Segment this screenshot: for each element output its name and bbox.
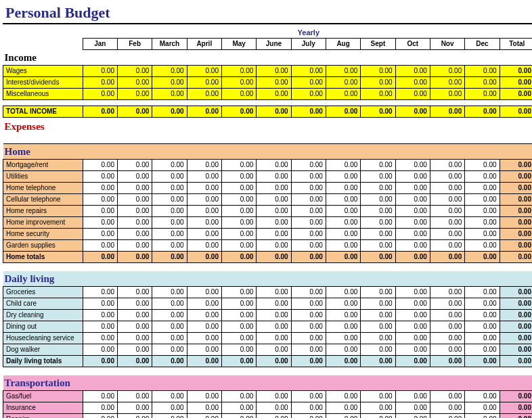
cell: 0.00	[430, 217, 464, 229]
cell: 0.00	[117, 356, 152, 367]
cell: 0.00	[152, 287, 187, 298]
row-label: Housecleaning service	[3, 333, 83, 344]
cell: 0.00	[465, 89, 500, 100]
row-label: Gas/fuel	[3, 391, 83, 402]
cell: 0.00	[430, 287, 464, 298]
cell: 0.00	[257, 333, 291, 344]
cell: 0.00	[117, 310, 152, 321]
cell: 0.00	[83, 402, 117, 414]
cell: 0.00	[117, 217, 152, 229]
cell: 0.00	[395, 310, 430, 321]
cell: 0.00	[291, 321, 326, 333]
cell: 0.00	[395, 391, 430, 402]
cell: 0.00	[117, 391, 152, 402]
cell: 0.00	[117, 89, 152, 100]
cell: 0.00	[500, 356, 532, 367]
cell: 0.00	[117, 206, 152, 217]
cell: 0.00	[500, 333, 532, 344]
cell: 0.00	[361, 89, 395, 100]
cell: 0.00	[83, 321, 117, 333]
cell: 0.00	[152, 217, 187, 229]
row-label: Dining out	[3, 321, 83, 333]
row-label: Dog walker	[3, 344, 83, 356]
cell: 0.00	[221, 356, 256, 367]
cell: 0.00	[257, 356, 291, 367]
cell: 0.00	[361, 298, 395, 310]
cell: 0.00	[257, 252, 291, 263]
cell: 0.00	[152, 171, 187, 183]
cell: 0.00	[187, 206, 221, 217]
cell: 0.00	[187, 171, 221, 183]
cell: 0.00	[257, 194, 291, 206]
cell: 0.00	[187, 194, 221, 206]
cell: 0.00	[395, 89, 430, 100]
cell: 0.00	[257, 240, 291, 252]
row-label: Utilities	[3, 171, 83, 183]
cell: 0.00	[83, 66, 117, 77]
cell: 0.00	[152, 77, 187, 89]
cell: 0.00	[500, 240, 532, 252]
cell: 0.00	[257, 206, 291, 217]
cell: 0.00	[326, 414, 360, 419]
cell: 0.00	[465, 333, 500, 344]
row-label: Garden supplies	[3, 240, 83, 252]
cell: 0.00	[500, 89, 532, 100]
cell: 0.00	[361, 66, 395, 77]
cell: 0.00	[83, 217, 117, 229]
cell: 0.00	[361, 194, 395, 206]
cell: 0.00	[187, 240, 221, 252]
cell: 0.00	[291, 344, 326, 356]
cell: 0.00	[83, 344, 117, 356]
cell: 0.00	[257, 402, 291, 414]
cell: 0.00	[187, 77, 221, 89]
month-header: May	[221, 39, 256, 50]
category-heading: Home	[3, 144, 533, 160]
cell: 0.00	[465, 160, 500, 171]
cell: 0.00	[500, 414, 532, 419]
row-label: Dry cleaning	[3, 310, 83, 321]
cell: 0.00	[152, 66, 187, 77]
cell: 0.00	[117, 344, 152, 356]
cell: 0.00	[117, 402, 152, 414]
cell: 0.00	[361, 229, 395, 240]
cell: 0.00	[291, 414, 326, 419]
row-label: Mortgage/rent	[3, 160, 83, 171]
cell: 0.00	[221, 391, 256, 402]
cell: 0.00	[117, 287, 152, 298]
cell: 0.00	[221, 414, 256, 419]
cell: 0.00	[257, 217, 291, 229]
cell: 0.00	[430, 356, 464, 367]
blank	[3, 27, 83, 39]
month-header: July	[291, 39, 326, 50]
cell: 0.00	[257, 298, 291, 310]
cell: 0.00	[117, 106, 152, 118]
cell: 0.00	[291, 66, 326, 77]
cell: 0.00	[187, 356, 221, 367]
cell: 0.00	[221, 321, 256, 333]
cell: 0.00	[430, 344, 464, 356]
cell: 0.00	[465, 391, 500, 402]
cell: 0.00	[152, 298, 187, 310]
cell: 0.00	[395, 194, 430, 206]
cell: 0.00	[83, 252, 117, 263]
cell: 0.00	[500, 229, 532, 240]
cell: 0.00	[221, 229, 256, 240]
row-label: Miscellaneous	[3, 89, 83, 100]
cell: 0.00	[361, 391, 395, 402]
month-header: Sept	[361, 39, 395, 50]
cell: 0.00	[187, 310, 221, 321]
cell: 0.00	[395, 229, 430, 240]
cell: 0.00	[117, 414, 152, 419]
cell: 0.00	[83, 333, 117, 344]
cell: 0.00	[465, 217, 500, 229]
row-label: Cellular telephone	[3, 194, 83, 206]
cell: 0.00	[257, 89, 291, 100]
cell: 0.00	[395, 183, 430, 194]
cell: 0.00	[291, 240, 326, 252]
cell: 0.00	[83, 171, 117, 183]
cell: 0.00	[83, 287, 117, 298]
cell: 0.00	[326, 160, 360, 171]
yearly-header: Yearly	[83, 27, 532, 39]
row-label: Interest/dividends	[3, 77, 83, 89]
cell: 0.00	[465, 298, 500, 310]
